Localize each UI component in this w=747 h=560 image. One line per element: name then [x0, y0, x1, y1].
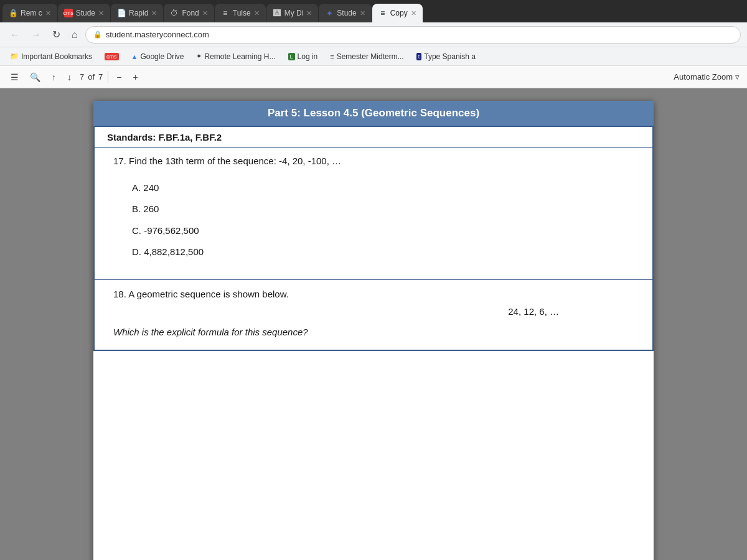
- bookmark-remote[interactable]: ✦ Remote Learning H...: [192, 51, 279, 62]
- tab-rapid-label: Rapid: [129, 9, 148, 17]
- address-text: student.masteryconnect.com: [106, 30, 733, 39]
- tab-fond[interactable]: ⏱ Fond ✕: [164, 4, 214, 22]
- standards-text: Standards: F.BF.1a, F.BF.2: [107, 132, 222, 142]
- tab-copy[interactable]: ≡ Copy ✕: [372, 4, 423, 22]
- pdf-page-current: 7: [80, 72, 84, 82]
- tab-remc-icon: 🔒: [9, 9, 17, 17]
- bookmark-cms[interactable]: cms: [101, 52, 123, 62]
- tab-remc[interactable]: 🔒 Rem c ✕: [2, 4, 57, 22]
- pdf-page-of: of: [88, 72, 95, 82]
- tab-stude2[interactable]: ✦ Stude ✕: [319, 4, 371, 22]
- bookmark-remote-label: Remote Learning H...: [204, 52, 275, 61]
- bookmark-semester[interactable]: ≡ Semester Midterm...: [326, 51, 407, 62]
- tab-fond-label: Fond: [182, 9, 199, 17]
- bookmarks-bar: 📁 Important Bookmarks cms ▲ Google Drive…: [0, 47, 747, 66]
- pdf-zoom-selector: Automatic Zoom ▿: [674, 72, 740, 82]
- bookmark-typespanish[interactable]: t Type Spanish a: [413, 51, 479, 62]
- bookmark-semester-icon: ≡: [330, 53, 334, 60]
- choice-b-value: 260: [143, 203, 159, 214]
- standards-line: Standards: F.BF.1a, F.BF.2: [95, 127, 652, 148]
- tab-copy-label: Copy: [390, 9, 408, 17]
- tab-stude1[interactable]: cms Stude ✕: [58, 4, 110, 22]
- question-18-block: 18. A geometric sequence is shown below.…: [95, 280, 652, 350]
- sequence-display: 24, 12, 6, …: [113, 306, 634, 317]
- pdf-zoom-dropdown-icon[interactable]: ▿: [735, 72, 740, 82]
- bookmark-cms-icon: cms: [105, 53, 119, 60]
- pdf-down-button[interactable]: ↓: [64, 70, 75, 84]
- pdf-sidebar-toggle[interactable]: ☰: [7, 70, 22, 84]
- pdf-up-button[interactable]: ↑: [49, 70, 59, 84]
- choice-d: D. 4,882,812,500: [132, 245, 634, 259]
- question-18-text: 18. A geometric sequence is shown below.: [113, 287, 634, 302]
- tab-tulse-icon: ≡: [221, 9, 230, 17]
- tab-tulse[interactable]: ≡ Tulse ✕: [215, 4, 266, 22]
- lock-icon: 🔒: [93, 30, 102, 39]
- tab-stude1-label: Stude: [76, 9, 95, 17]
- tab-remc-close[interactable]: ✕: [45, 9, 51, 17]
- tab-stude1-icon: cms: [64, 9, 73, 17]
- explicit-formula-question: Which is the explicit formula for this s…: [113, 327, 634, 337]
- choice-d-label: D.: [132, 246, 141, 257]
- address-bar[interactable]: 🔒 student.masteryconnect.com: [85, 26, 741, 44]
- home-button[interactable]: ⌂: [68, 27, 82, 43]
- bookmark-typespanish-icon: t: [416, 53, 422, 60]
- bookmark-remote-icon: ✦: [196, 52, 202, 60]
- tab-fond-close[interactable]: ✕: [202, 9, 208, 17]
- bookmark-login-icon: L: [288, 53, 295, 60]
- tab-copy-icon: ≡: [378, 9, 387, 17]
- back-button[interactable]: ←: [6, 27, 24, 43]
- bookmark-typespanish-label: Type Spanish a: [424, 52, 476, 61]
- tab-stude2-close[interactable]: ✕: [360, 9, 365, 17]
- tab-tulse-label: Tulse: [233, 9, 251, 17]
- bookmark-important-label: Important Bookmarks: [21, 52, 92, 61]
- question-17-block: 17. Find the 13th term of the sequence: …: [95, 148, 652, 280]
- tab-mydi-icon: 🅰: [273, 9, 281, 17]
- pdf-zoom-out-button[interactable]: −: [113, 70, 125, 84]
- pdf-divider1: [108, 71, 108, 83]
- bookmark-important[interactable]: 📁 Important Bookmarks: [6, 51, 96, 62]
- choice-a: A. 240: [132, 181, 634, 195]
- bookmark-gdrive[interactable]: ▲ Google Drive: [128, 51, 188, 62]
- tab-copy-close[interactable]: ✕: [411, 9, 416, 17]
- bookmark-semester-label: Semester Midterm...: [337, 52, 404, 61]
- tab-bar: 🔒 Rem c ✕ cms Stude ✕ 📄 Rapid ✕ ⏱ Fond ✕…: [0, 0, 747, 22]
- choice-a-label: A.: [132, 182, 141, 193]
- bookmark-gdrive-icon: ▲: [131, 53, 138, 60]
- tab-mydi-label: My Di: [284, 9, 304, 17]
- section-body: Standards: F.BF.1a, F.BF.2 17. Find the …: [93, 127, 654, 351]
- choice-c-label: C.: [132, 225, 141, 236]
- pdf-page-info: 7 of 7: [80, 72, 103, 82]
- pdf-zoom-label: Automatic Zoom: [674, 72, 733, 82]
- nav-bar: ← → ↻ ⌂ 🔒 student.masteryconnect.com: [0, 22, 747, 47]
- tab-fond-icon: ⏱: [170, 9, 179, 17]
- browser-frame: 🔒 Rem c ✕ cms Stude ✕ 📄 Rapid ✕ ⏱ Fond ✕…: [0, 0, 747, 560]
- bookmark-login[interactable]: L Log in: [284, 51, 322, 62]
- pdf-zoom-in-button[interactable]: +: [130, 70, 141, 84]
- tab-remc-label: Rem c: [21, 9, 42, 17]
- tab-stude2-label: Stude: [337, 9, 356, 17]
- pdf-search-button[interactable]: 🔍: [27, 70, 44, 84]
- tab-rapid[interactable]: 📄 Rapid ✕: [111, 4, 163, 22]
- tab-stude1-close[interactable]: ✕: [98, 9, 104, 17]
- choice-b: B. 260: [132, 202, 634, 217]
- tab-rapid-close[interactable]: ✕: [151, 9, 157, 17]
- tab-mydi[interactable]: 🅰 My Di ✕: [266, 4, 319, 22]
- bookmark-login-label: Log in: [298, 52, 318, 61]
- pdf-page: Part 5: Lesson 4.5 (Geometric Sequences)…: [93, 101, 654, 560]
- pdf-content[interactable]: Part 5: Lesson 4.5 (Geometric Sequences)…: [0, 88, 747, 560]
- tab-rapid-icon: 📄: [117, 9, 126, 17]
- reload-button[interactable]: ↻: [49, 26, 64, 43]
- bookmark-folder-icon: 📁: [10, 52, 19, 60]
- tab-mydi-close[interactable]: ✕: [306, 9, 312, 17]
- choice-c-value: -976,562,500: [144, 225, 199, 236]
- section-header: Part 5: Lesson 4.5 (Geometric Sequences): [93, 101, 654, 127]
- choice-a-value: 240: [143, 182, 159, 193]
- pdf-toolbar: ☰ 🔍 ↑ ↓ 7 of 7 − + Automatic Zoom ▿: [0, 66, 747, 88]
- choice-c: C. -976,562,500: [132, 224, 634, 238]
- tab-tulse-close[interactable]: ✕: [254, 9, 260, 17]
- question-17-text: 17. Find the 13th term of the sequence: …: [113, 154, 634, 169]
- choice-b-label: B.: [132, 203, 141, 214]
- choice-d-value: 4,882,812,500: [144, 246, 204, 257]
- bookmark-gdrive-label: Google Drive: [140, 52, 184, 61]
- forward-button[interactable]: →: [27, 27, 45, 43]
